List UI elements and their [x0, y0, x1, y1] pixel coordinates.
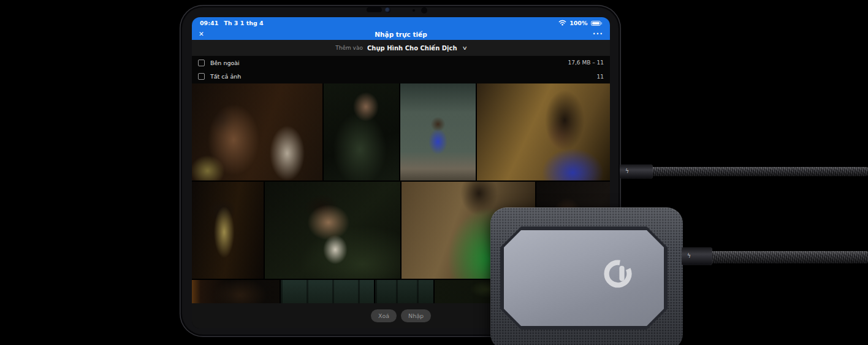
import-button[interactable]: Nhập [401, 309, 431, 322]
more-options-icon[interactable]: ••• [591, 31, 603, 37]
front-camera-lens [385, 7, 390, 13]
source-row-all-photos[interactable]: Tất cả ảnh 11 [192, 70, 610, 84]
front-camera-sensor [421, 7, 427, 14]
photo-thumbnail[interactable] [192, 182, 264, 279]
add-to-bar[interactable]: Thêm vào Chụp Hình Cho Chiến Dịch ∨ [192, 40, 610, 56]
g-drive-logo-icon [602, 258, 634, 290]
photo-thumbnail[interactable] [192, 280, 280, 303]
photo-thumbnail[interactable] [400, 83, 476, 180]
chevron-down-icon: ∨ [462, 45, 467, 51]
usb-cable-top [651, 167, 868, 176]
photo-thumbnail[interactable] [477, 83, 610, 180]
add-to-label: Thêm vào [335, 45, 363, 51]
source-row-external[interactable]: Bên ngoài 17,6 MB – 11 [192, 56, 610, 70]
wifi-icon [558, 20, 566, 27]
photo-thumbnail[interactable] [192, 83, 322, 180]
checkbox-external[interactable] [198, 60, 205, 66]
status-date: Th 3 1 thg 4 [224, 20, 263, 26]
battery-percent: 100% [569, 20, 587, 26]
source-list: Bên ngoài 17,6 MB – 11 Tất cả ảnh 11 [192, 56, 610, 83]
usb-connector-ssd: ϟ [682, 247, 712, 265]
photo-thumbnail[interactable] [375, 280, 433, 303]
ssd-plate [504, 230, 664, 326]
page-title: Nhập trực tiếp [211, 31, 591, 38]
status-time: 09:41 [200, 20, 218, 26]
source-row-label: Tất cả ảnh [210, 73, 241, 80]
photo-grid-row [192, 83, 610, 180]
usb-connector-top: ϟ [620, 165, 653, 179]
usb-cable-ssd [710, 251, 868, 263]
source-row-detail: 11 [597, 74, 604, 80]
source-row-detail: 17,6 MB – 11 [568, 60, 604, 66]
status-bar: 09:41 Th 3 1 thg 4 100% [192, 17, 610, 28]
photo-thumbnail[interactable] [265, 182, 400, 279]
front-camera-dot [413, 9, 415, 12]
external-ssd-drive [490, 207, 683, 345]
close-icon[interactable]: ✕ [199, 31, 211, 37]
photo-thumbnail[interactable] [324, 83, 399, 180]
front-camera-pill [367, 7, 382, 12]
thunderbolt-icon: ϟ [687, 254, 691, 260]
photo-thumbnail[interactable] [281, 280, 374, 303]
delete-button[interactable]: Xoá [371, 309, 397, 322]
selected-album: Chụp Hình Cho Chiến Dịch [367, 45, 457, 52]
checkbox-all-photos[interactable] [198, 73, 205, 80]
source-row-label: Bên ngoài [210, 60, 240, 66]
battery-icon [591, 21, 603, 26]
thunderbolt-icon: ϟ [625, 169, 629, 175]
import-header: ✕ Nhập trực tiếp ••• [192, 28, 610, 40]
